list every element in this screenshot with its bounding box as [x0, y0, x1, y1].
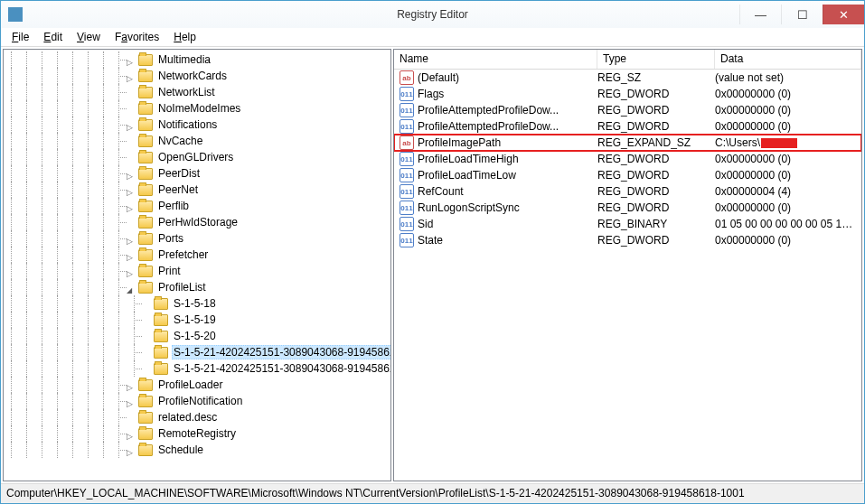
tree-node[interactable]: PerHwIdStorage — [4, 214, 390, 230]
tree-label: S-1-5-19 — [172, 313, 218, 326]
folder-icon — [138, 103, 153, 115]
expander-icon[interactable] — [127, 201, 136, 211]
tree-node[interactable]: S-1-5-21-4202425151-3089043068-919458618 — [4, 360, 390, 377]
expander-icon[interactable] — [127, 120, 136, 130]
app-icon — [8, 7, 23, 22]
menubar: File Edit View Favorites Help — [1, 28, 864, 47]
value-name: ProfileLoadTimeLow — [418, 169, 597, 182]
value-row[interactable]: 011ProfileLoadTimeLowREG_DWORD0x00000000… — [394, 167, 861, 183]
value-data: 0x00000004 (4) — [715, 185, 861, 198]
col-name[interactable]: Name — [394, 50, 597, 69]
tree-node[interactable]: S-1-5-20 — [4, 328, 390, 344]
folder-icon — [138, 70, 153, 82]
expander-icon[interactable] — [127, 55, 136, 65]
tree-label: OpenGLDrivers — [156, 151, 235, 163]
expander-icon[interactable] — [127, 380, 136, 390]
menu-edit[interactable]: Edit — [36, 29, 70, 45]
tree-node[interactable]: Schedule — [4, 442, 390, 458]
expander-none — [127, 104, 136, 114]
value-type: REG_DWORD — [597, 120, 715, 133]
binary-value-icon: 011 — [400, 168, 414, 182]
value-type: REG_EXPAND_SZ — [597, 136, 715, 149]
folder-icon — [154, 363, 168, 375]
menu-view[interactable]: View — [70, 29, 108, 45]
tree-label: PeerNet — [156, 183, 200, 196]
value-row[interactable]: abProfileImagePathREG_EXPAND_SZC:\Users\ — [394, 135, 861, 151]
tree-node[interactable]: OpenGLDrivers — [4, 149, 390, 165]
tree-node[interactable]: RemoteRegistry — [4, 425, 390, 442]
tree-label: Notifications — [156, 118, 219, 131]
expander-icon[interactable] — [127, 429, 136, 439]
maximize-button[interactable]: ☐ — [781, 5, 823, 24]
expander-icon[interactable] — [127, 266, 136, 276]
menu-file[interactable]: File — [5, 29, 36, 45]
folder-icon — [138, 184, 153, 196]
tree-node[interactable]: S-1-5-18 — [4, 295, 390, 312]
tree-pane[interactable]: MultimediaNetworkCardsNetworkListNoImeMo… — [3, 49, 391, 481]
value-row[interactable]: ab(Default)REG_SZ(value not set) — [394, 70, 861, 86]
folder-icon — [154, 331, 168, 342]
tree-node[interactable]: NoImeModeImes — [4, 100, 390, 117]
folder-icon — [138, 201, 153, 212]
registry-editor-window: Registry Editor — ☐ ✕ File Edit View Fav… — [0, 0, 865, 504]
menu-help[interactable]: Help — [166, 29, 203, 45]
expander-icon[interactable] — [127, 397, 136, 406]
values-pane[interactable]: Name Type Data ab(Default)REG_SZ(value n… — [393, 49, 862, 481]
tree-node[interactable]: PeerDist — [4, 165, 390, 182]
value-row[interactable]: 011FlagsREG_DWORD0x00000000 (0) — [394, 86, 861, 102]
col-type[interactable]: Type — [597, 50, 715, 69]
tree-node[interactable]: Perflib — [4, 198, 390, 214]
binary-value-icon: 011 — [400, 201, 414, 215]
expander-icon[interactable] — [127, 445, 136, 455]
minimize-button[interactable]: — — [739, 5, 781, 24]
folder-icon — [138, 379, 153, 391]
folder-icon — [154, 314, 168, 326]
tree-node[interactable]: NetworkList — [4, 84, 390, 100]
value-row[interactable]: 011ProfileAttemptedProfileDow...REG_DWOR… — [394, 118, 861, 135]
tree-node[interactable]: Multimedia — [4, 51, 390, 68]
tree-label: NvCache — [156, 135, 204, 147]
tree-node[interactable]: PeerNet — [4, 182, 390, 198]
window-controls: — ☐ ✕ — [739, 5, 864, 24]
value-row[interactable]: 011RunLogonScriptSyncREG_DWORD0x00000000… — [394, 200, 861, 216]
tree-node[interactable]: Notifications — [4, 117, 390, 133]
values-list: ab(Default)REG_SZ(value not set)011Flags… — [394, 70, 861, 248]
titlebar[interactable]: Registry Editor — ☐ ✕ — [1, 1, 864, 28]
value-data: 0x00000000 (0) — [715, 169, 861, 182]
tree-node[interactable]: S-1-5-21-4202425151-3089043068-919458618 — [4, 344, 390, 360]
value-name: (Default) — [418, 71, 597, 84]
tree-node[interactable]: S-1-5-19 — [4, 312, 390, 328]
registry-tree: MultimediaNetworkCardsNetworkListNoImeMo… — [4, 50, 390, 460]
expander-icon[interactable] — [127, 71, 136, 81]
tree-node[interactable]: ProfileList — [4, 279, 390, 295]
tree-node[interactable]: Print — [4, 263, 390, 279]
tree-node[interactable]: NvCache — [4, 133, 390, 149]
value-row[interactable]: 011StateREG_DWORD0x00000000 (0) — [394, 232, 861, 248]
tree-label: S-1-5-18 — [172, 297, 218, 310]
tree-node[interactable]: related.desc — [4, 409, 390, 425]
expander-icon[interactable] — [127, 169, 136, 179]
close-button[interactable]: ✕ — [823, 5, 864, 24]
expander-none — [142, 315, 152, 325]
value-name: ProfileAttemptedProfileDow... — [418, 120, 597, 133]
tree-node[interactable]: Prefetcher — [4, 247, 390, 263]
value-row[interactable]: 011ProfileLoadTimeHighREG_DWORD0x0000000… — [394, 151, 861, 167]
value-row[interactable]: 011RefCountREG_DWORD0x00000004 (4) — [394, 183, 861, 200]
expander-icon[interactable] — [127, 234, 136, 244]
col-data[interactable]: Data — [715, 50, 861, 69]
menu-favorites[interactable]: Favorites — [108, 29, 166, 45]
value-type: REG_DWORD — [597, 169, 715, 182]
expander-icon[interactable] — [127, 250, 136, 260]
expander-icon[interactable] — [127, 185, 136, 195]
tree-node[interactable]: NetworkCards — [4, 68, 390, 84]
tree-label: ProfileLoader — [156, 378, 224, 391]
value-row[interactable]: 011ProfileAttemptedProfileDow...REG_DWOR… — [394, 102, 861, 118]
tree-node[interactable]: ProfileNotification — [4, 393, 390, 409]
tree-node[interactable]: Ports — [4, 230, 390, 247]
tree-label: S-1-5-21-4202425151-3089043068-919458618 — [172, 345, 391, 359]
tree-node[interactable]: ProfileLoader — [4, 377, 390, 393]
expander-icon[interactable] — [127, 283, 136, 293]
folder-icon — [138, 412, 153, 424]
value-row[interactable]: 011SidREG_BINARY01 05 00 00 00 00 00 05 … — [394, 216, 861, 232]
tree-label: related.desc — [156, 411, 219, 424]
